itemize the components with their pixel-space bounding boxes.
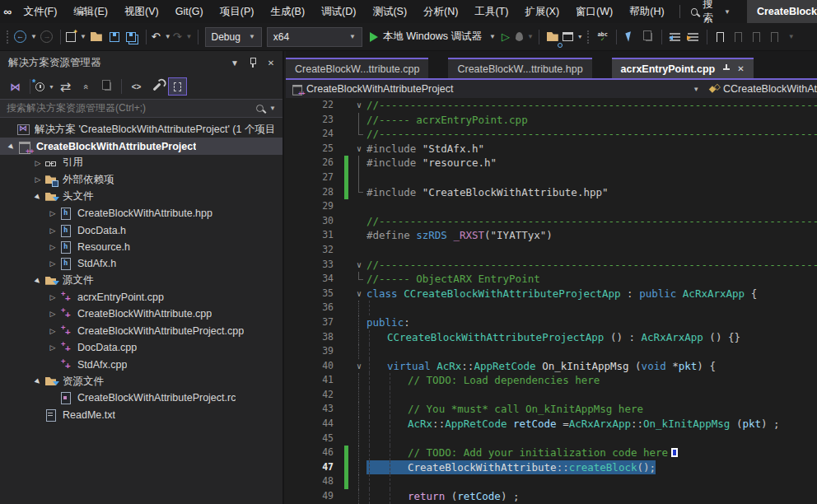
properties-button[interactable] [147, 77, 166, 96]
code-line[interactable]: 36 [286, 301, 817, 315]
tree-item[interactable]: ▷CreateBlockWithAttribute.cpp [0, 306, 282, 322]
forward-button[interactable]: → [39, 28, 55, 46]
code-line[interactable]: 46// TODO: Add your initialization code … [286, 446, 817, 460]
menu-item[interactable]: 窗口(W) [567, 0, 621, 23]
clear-bookmarks-button[interactable] [767, 28, 783, 46]
save-all-button[interactable] [124, 28, 141, 46]
view-code-button[interactable]: <> [127, 77, 146, 96]
code-line[interactable]: 25∨#include "StdAfx.h" [286, 142, 817, 156]
menu-item[interactable]: 测试(S) [364, 0, 415, 23]
window-layout-button[interactable]: ▼ [563, 28, 583, 46]
code-line[interactable]: 40∨virtual AcRx::AppRetCode On_kInitAppM… [286, 359, 817, 374]
chevron-down-icon[interactable]: ▼ [693, 86, 699, 93]
breadcrumb-project[interactable]: CreateBlockWithAttributeProject [306, 83, 454, 95]
tree-item[interactable]: ▷CreateBlockWithAttributeProject.cpp [0, 323, 282, 339]
breadcrumb-symbol[interactable]: CCreateBlockWithAt [723, 83, 817, 95]
pending-changes-button[interactable]: ▼ [35, 77, 54, 96]
code-line[interactable]: 35∨class CCreateBlockWithAttributeProjec… [286, 287, 817, 301]
tree-item[interactable]: ▷外部依赖项 [0, 171, 282, 188]
start-without-debugging-button[interactable]: ▷ [497, 28, 514, 46]
code-line[interactable]: 37public: [286, 315, 817, 330]
code-line[interactable]: 41// TODO: Load dependencies here [286, 373, 817, 388]
new-item-button[interactable]: ▼ [66, 28, 86, 46]
code-line[interactable]: 30//------------------------------------… [286, 214, 817, 229]
tree-item[interactable]: ▷DocData.cpp [0, 339, 282, 356]
close-icon[interactable]: ✕ [737, 64, 744, 73]
code-line[interactable]: 42 [286, 388, 817, 403]
tree-item[interactable]: ▶CreateBlockWithAttributeProject [0, 138, 282, 154]
tree-item[interactable]: ▶头文件 [0, 189, 282, 205]
document-tab[interactable]: CreateBlockW...ttribute.cpp [286, 58, 428, 78]
code-line[interactable]: 26#include "resource.h" [286, 156, 817, 170]
code-line[interactable]: 48 [286, 474, 817, 489]
search-button[interactable]: 搜索 ▼ [686, 0, 735, 26]
toolbar-overflow-icon[interactable]: ▼ [788, 33, 795, 40]
switch-views-button[interactable]: ⋈ [6, 77, 25, 96]
tree-item[interactable]: ▷引用 [0, 155, 282, 171]
open-folder-button[interactable] [88, 28, 105, 46]
menu-item[interactable]: 编辑(E) [65, 0, 116, 23]
fold-arrow-icon[interactable]: ∨ [352, 359, 366, 374]
code-line[interactable]: 34//----- ObjectARX EntryPoint [286, 272, 817, 287]
menu-item[interactable]: 项目(P) [212, 0, 263, 23]
start-debugging-button[interactable]: 本地 Windows 调试器▼ [370, 28, 496, 46]
code-line[interactable]: 39 [286, 344, 817, 359]
code-line[interactable]: 45 [286, 432, 817, 446]
tree-item[interactable]: ▷acrxEntryPoint.cpp [0, 289, 282, 306]
code-line[interactable]: 27 [286, 170, 817, 185]
tree-expander-collapsed-icon[interactable]: ▷ [46, 343, 59, 352]
toolbar-grip[interactable] [7, 30, 10, 44]
properties-pages-button[interactable] [97, 77, 116, 96]
fold-arrow-icon[interactable]: ∨ [352, 287, 366, 301]
indent-decrease-button[interactable] [667, 28, 684, 46]
pin-icon[interactable] [722, 64, 731, 73]
sync-active-document-button[interactable]: ⇄ [56, 77, 75, 96]
tree-expander-expanded-icon[interactable]: ▶ [5, 142, 18, 151]
show-all-files-button[interactable] [168, 77, 187, 96]
code-line[interactable]: 38CCreateBlockWithAttributeProjectApp ()… [286, 330, 817, 345]
tree-expander-collapsed-icon[interactable]: ▷ [46, 310, 59, 318]
toggle-bookmark-button[interactable] [712, 28, 729, 46]
tree-expander-collapsed-icon[interactable]: ▷ [46, 226, 59, 235]
back-button[interactable]: ←▼ [14, 28, 37, 46]
fold-arrow-icon[interactable]: ∨ [352, 142, 366, 156]
tree-item[interactable]: ▷DocData.h [0, 222, 282, 238]
tree-item[interactable]: ▷Resource.h [0, 239, 282, 255]
tree-expander-collapsed-icon[interactable]: ▷ [46, 259, 59, 268]
code-line[interactable]: 29 [286, 199, 817, 214]
tree-expander-collapsed-icon[interactable]: ▷ [46, 209, 59, 217]
code-line[interactable]: 22∨//-----------------------------------… [286, 98, 817, 113]
tree-item[interactable]: ▶资源文件 [0, 373, 282, 390]
fold-arrow-icon[interactable]: ∨ [352, 258, 366, 273]
solution-search-box[interactable]: 搜索解决方案资源管理器(Ctrl+;) ▼ [0, 99, 282, 118]
code-line[interactable]: 32 [286, 243, 817, 258]
tree-item[interactable]: StdAfx.cpp [0, 356, 282, 372]
tree-item[interactable]: ▷StdAfx.h [0, 255, 282, 272]
tree-item[interactable]: CreateBlockWithAttributeProject.rc [0, 390, 282, 406]
duplicate-button[interactable] [640, 28, 656, 46]
tree-expander-collapsed-icon[interactable]: ▷ [31, 159, 44, 167]
collapse-all-button[interactable]: « [77, 77, 96, 96]
document-tab[interactable]: CreateBlockW...ttribute.hpp [448, 58, 591, 78]
menu-item[interactable]: 工具(T) [466, 0, 516, 23]
tree-expander-collapsed-icon[interactable]: ▷ [46, 327, 59, 335]
menu-item[interactable]: 生成(B) [262, 0, 313, 23]
save-button[interactable] [106, 28, 123, 46]
find-in-files-button[interactable] [544, 28, 561, 46]
next-bookmark-button[interactable] [749, 28, 765, 46]
tree-expander-expanded-icon[interactable]: ▶ [31, 377, 44, 385]
code-line[interactable]: 33∨//-----------------------------------… [286, 258, 817, 273]
pin-button[interactable] [245, 54, 261, 71]
code-line[interactable]: 31#define szRDS _RXST("IYATTyx") [286, 228, 817, 243]
tree-item[interactable]: ▷CreateBlockWithAttribute.hpp [0, 205, 282, 222]
toolbar-grip[interactable] [587, 30, 591, 44]
tree-expander-collapsed-icon[interactable]: ▷ [31, 175, 44, 184]
menu-item[interactable]: 帮助(H) [621, 0, 672, 23]
menu-item[interactable]: 扩展(X) [516, 0, 567, 23]
menu-item[interactable]: 视图(V) [116, 0, 167, 23]
tree-item[interactable]: ReadMe.txt [0, 407, 282, 423]
tree-expander-collapsed-icon[interactable]: ▷ [46, 243, 59, 251]
document-tab[interactable]: acrxEntryPoint.cpp✕ [612, 58, 754, 78]
code-line[interactable]: 28#include "CreateBlockWithAttribute.hpp… [286, 185, 817, 200]
indent-increase-button[interactable] [685, 28, 702, 46]
